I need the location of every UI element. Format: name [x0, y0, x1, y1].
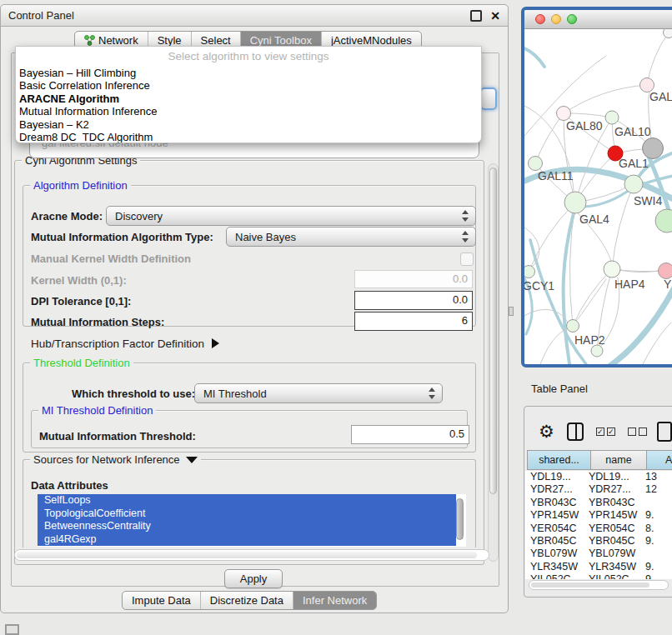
tab-label: Select	[201, 34, 231, 47]
table-column-header[interactable]: name	[591, 450, 647, 470]
tab-impute-data[interactable]: Impute Data	[123, 592, 201, 609]
mi-steps-field[interactable]: 6	[354, 312, 473, 331]
zoom-traffic-light[interactable]	[567, 14, 577, 24]
table-row[interactable]: YBR043CYBR043C	[525, 497, 672, 509]
table-column-header[interactable]: shared...	[527, 450, 591, 470]
algorithm-option[interactable]: Dream8 DC_TDC Algorithm	[16, 131, 481, 143]
network-node[interactable]	[664, 29, 672, 38]
table-row[interactable]: YBL079WYBL079W	[525, 548, 672, 560]
tab-label: Discretize Data	[210, 594, 283, 607]
table-cell: YER054C	[589, 522, 645, 535]
tab-label: Style	[158, 34, 182, 47]
close-panel-icon[interactable]: ✕	[490, 12, 500, 20]
dpi-tolerance-field[interactable]: 0.0	[354, 291, 473, 310]
settings-horizontal-scrollbar[interactable]	[14, 549, 489, 561]
algorithm-option[interactable]: Mutual Information Inference	[16, 105, 481, 118]
close-traffic-light[interactable]	[535, 14, 545, 24]
table-cell: 8.	[645, 522, 672, 535]
splitpane-handle[interactable]	[509, 307, 514, 316]
table-row[interactable]: YPR145WYPR145W9.	[525, 509, 672, 522]
attribute-list-item[interactable]: BetweennessCentrality	[38, 520, 456, 533]
hub-definition-toggle[interactable]: Hub/Transcription Factor Definition	[31, 338, 219, 350]
network-node-y[interactable]	[659, 263, 672, 279]
select-all-columns-icon[interactable]: ✓✓	[596, 428, 615, 436]
apply-button[interactable]: Apply	[224, 569, 283, 588]
attribute-list-item[interactable]: SelfLoops	[38, 494, 456, 508]
algorithm-option[interactable]: Bayesian – K2	[16, 118, 481, 131]
which-threshold-combobox[interactable]: MI Threshold	[194, 383, 443, 403]
mi-threshold-field[interactable]: 0.5	[351, 425, 469, 444]
control-panel-title: Control Panel	[8, 9, 74, 22]
gear-icon[interactable]: ⚙	[539, 423, 554, 440]
mi-type-combobox[interactable]: Naive Bayes	[226, 227, 476, 247]
checked-box-icon: ✓	[596, 428, 604, 436]
network-node-label: HAP2	[574, 333, 605, 347]
control-panel-titlebar[interactable]: Control Panel ✕	[1, 5, 508, 27]
table-cell: YDR27...	[525, 483, 589, 496]
network-node-gal80[interactable]	[557, 107, 571, 121]
float-panel-icon[interactable]	[470, 10, 482, 22]
network-node-gcy1[interactable]	[524, 266, 535, 278]
attribute-list-item[interactable]: gal4RGexp	[38, 533, 456, 547]
algorithm-option[interactable]: ARACNE Algorithm	[16, 92, 481, 105]
unchecked-box-icon	[639, 428, 647, 436]
attributes-list-scrollbar-thumb[interactable]	[456, 498, 464, 540]
network-node-hap4[interactable]	[604, 261, 620, 278]
table-row[interactable]: YDL19...YDL19...13	[525, 471, 672, 483]
manual-kernel-checkbox[interactable]	[460, 252, 474, 266]
network-node-label: Y	[664, 278, 672, 291]
aracne-mode-label: Aracne Mode:	[31, 210, 103, 222]
kernel-width-field[interactable]: 0.0	[354, 270, 473, 288]
minimized-panel-icon[interactable]	[5, 624, 19, 635]
network-canvas[interactable]: GALGAL80GAL10GAL1GAL11SWI4GAL4GCY1HAP4YH…	[524, 29, 672, 365]
table-row[interactable]: YDR27...YDR27...12	[525, 483, 672, 496]
data-attributes-list[interactable]: SelfLoopsTopologicalCoefficientBetweenne…	[38, 494, 466, 547]
deselect-all-columns-icon[interactable]	[628, 428, 647, 436]
network-edge	[647, 32, 669, 85]
network-graph[interactable]: GALGAL80GAL10GAL1GAL11SWI4GAL4GCY1HAP4YH…	[524, 29, 672, 365]
table-row[interactable]: YIL052CYIL052C9	[525, 573, 672, 579]
network-window-titlebar[interactable]	[524, 10, 672, 29]
tab-infer-network[interactable]: Infer Network	[293, 592, 376, 609]
new-table-icon[interactable]	[657, 422, 672, 442]
aracne-mode-combobox[interactable]: Discovery	[106, 206, 476, 226]
tab-label: jActiveMNodules	[331, 34, 412, 47]
focused-combo-stepper[interactable]	[480, 88, 497, 110]
tab-label: Network	[98, 34, 138, 47]
table-cell: YBR043C	[589, 497, 645, 509]
kernel-width-label: Kernel Width (0,1):	[31, 274, 127, 287]
network-node[interactable]	[643, 138, 664, 159]
network-node-gal10[interactable]	[605, 111, 619, 124]
sources-group-title[interactable]: Sources for Network Inference	[30, 453, 201, 466]
table-body[interactable]: YDL19...YDL19...13YDR27...YDR27...12YBR0…	[525, 471, 672, 579]
network-node[interactable]	[655, 209, 672, 232]
table-row[interactable]: YBR045CYBR045C9.	[525, 535, 672, 548]
attribute-list-item[interactable]: TopologicalCoefficient	[38, 508, 456, 521]
collapse-down-icon[interactable]	[186, 457, 198, 463]
settings-vertical-scrollbar[interactable]	[488, 163, 499, 562]
table-row[interactable]: YLR345WYLR345W9.	[525, 561, 672, 573]
algorithm-option[interactable]: Basic Correlation Inference	[16, 79, 481, 92]
network-node-swi4[interactable]	[624, 175, 643, 193]
collapse-right-icon[interactable]	[212, 338, 219, 348]
algorithm-option[interactable]: Bayesian – Hill Climbing	[16, 67, 481, 79]
table-horizontal-scrollbar[interactable]	[529, 580, 669, 590]
network-node-gal4[interactable]	[564, 192, 586, 213]
minimize-traffic-light[interactable]	[551, 14, 561, 24]
network-node[interactable]	[591, 345, 603, 357]
settings-horizontal-scrollbar-thumb[interactable]	[17, 552, 477, 558]
table-horizontal-scrollbar-thumb[interactable]	[531, 582, 649, 588]
table-cell: 13	[645, 471, 672, 483]
table-cell: YBR045C	[525, 535, 589, 548]
dpi-tolerance-label: DPI Tolerance [0,1]:	[31, 295, 131, 308]
network-view-window: GALGAL80GAL10GAL1GAL11SWI4GAL4GCY1HAP4YH…	[521, 7, 672, 368]
network-node-gal11[interactable]	[529, 157, 543, 171]
tab-discretize-data[interactable]: Discretize Data	[201, 592, 293, 609]
network-node-label: GAL80	[566, 119, 603, 132]
manual-kernel-label: Manual Kernel Width Definition	[31, 252, 191, 265]
table-column-header[interactable]: A	[647, 450, 672, 470]
settings-vertical-scrollbar-thumb[interactable]	[489, 168, 497, 494]
network-node-hap2[interactable]	[567, 320, 579, 332]
show-columns-icon[interactable]	[567, 422, 584, 441]
table-row[interactable]: YER054CYER054C8.	[525, 522, 672, 535]
